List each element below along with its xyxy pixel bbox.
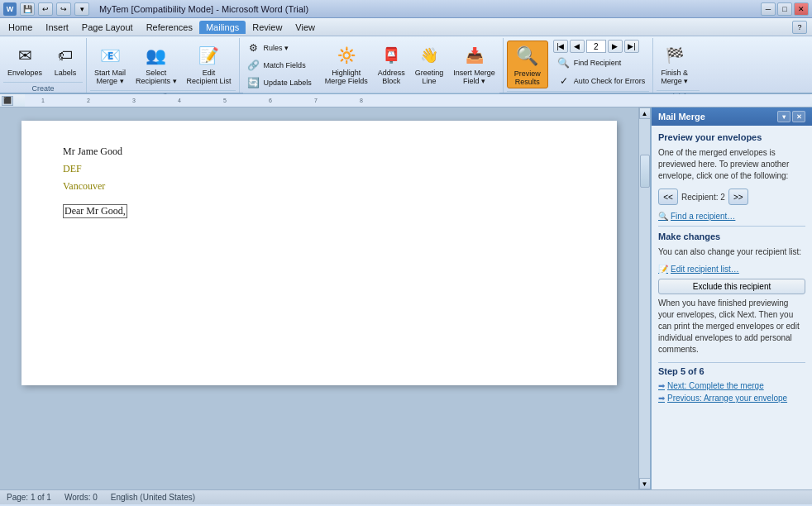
- edit-recipient-list-icon: 📝: [196, 42, 222, 69]
- menu-mailings[interactable]: Mailings: [199, 21, 246, 34]
- panel-title: Mail Merge: [658, 112, 705, 122]
- next-arrow-icon: ➡: [658, 381, 665, 390]
- ribbon-btn-auto-check[interactable]: ✓ Auto Check for Errors: [553, 73, 650, 89]
- doc-line-company: DEF: [63, 163, 576, 175]
- nav-number-input[interactable]: [586, 40, 606, 53]
- maximize-button[interactable]: □: [777, 2, 792, 16]
- panel-finish-text: When you have finished previewing your e…: [658, 298, 805, 356]
- quick-access-redo[interactable]: ↪: [56, 2, 71, 16]
- menu-insert[interactable]: Insert: [39, 21, 75, 34]
- next-step-link[interactable]: ➡ Next: Complete the merge: [658, 381, 805, 390]
- ribbon-btn-insert-merge-field[interactable]: 📥 Insert Merge Field ▾: [449, 40, 499, 88]
- panel-preview-text: One of the merged envelopes is previewed…: [658, 147, 805, 182]
- nav-next-btn[interactable]: ▶: [608, 40, 623, 53]
- panel-edit-recipient-link[interactable]: 📝 Edit recipient list…: [658, 265, 805, 274]
- update-labels-icon: 🔄: [247, 76, 260, 89]
- menu-review[interactable]: Review: [246, 21, 289, 34]
- doc-page: Mr Jame Good DEF Vancouver Dear Mr Good,: [21, 121, 617, 385]
- prev-step-link[interactable]: ➡ Previous: Arrange your envelope: [658, 394, 805, 403]
- status-bar: Page: 1 of 1 Words: 0 English (United St…: [0, 489, 812, 504]
- ribbon-btn-envelopes[interactable]: ✉ Envelopes: [3, 40, 46, 80]
- nav-first-btn[interactable]: |◀: [553, 40, 568, 53]
- doc-line-name: Mr Jame Good: [63, 146, 576, 158]
- doc-scrollbar[interactable]: ▲ ▼: [638, 107, 650, 489]
- ribbon-group-finish: 🏁 Finish & Merge ▾ Finish: [653, 38, 703, 93]
- status-page: Page: 1 of 1: [7, 493, 51, 502]
- step-label: Step 5 of 6: [658, 366, 805, 376]
- ribbon-btn-start-mail-merge[interactable]: 📧 Start Mail Merge ▾: [90, 40, 130, 88]
- minimize-button[interactable]: ─: [761, 2, 776, 16]
- ribbon-btn-select-recipients[interactable]: 👥 Select Recipients ▾: [131, 40, 181, 88]
- ribbon-btn-match-fields[interactable]: 🔗 Match Fields: [243, 57, 316, 74]
- ruler-mark-8: 8: [360, 98, 363, 103]
- ruler-mark-2: 2: [87, 98, 90, 103]
- mail-merge-panel: Mail Merge ▾ ✕ Preview your envelopes On…: [650, 107, 812, 489]
- envelope-icon: ✉: [12, 42, 38, 69]
- ribbon-btn-find-recipient[interactable]: 🔍 Find Recipient: [553, 55, 650, 71]
- address-block-label: Address Block: [378, 69, 405, 86]
- ribbon-group-start-mail-merge: 📧 Start Mail Merge ▾ 👥 Select Recipients…: [87, 38, 240, 93]
- scroll-thumb[interactable]: [640, 155, 650, 188]
- nav-last-btn[interactable]: ▶|: [624, 40, 639, 53]
- scroll-track[interactable]: [639, 119, 651, 478]
- rules-icon: ⚙: [247, 41, 260, 55]
- panel-next-btn[interactable]: >>: [728, 189, 748, 205]
- panel-find-recipient-link[interactable]: 🔍 Find a recipient…: [658, 212, 805, 221]
- ribbon-group-write-insert: ⚙ Rules ▾ 🔗 Match Fields 🔄 Update Labels…: [240, 38, 504, 93]
- highlight-merge-label: Highlight Merge Fields: [325, 69, 368, 86]
- edit-recipient-list-label: Edit Recipient List: [187, 69, 232, 86]
- quick-access-menu[interactable]: ▾: [74, 2, 89, 16]
- panel-nav-row: << Recipient: 2 >>: [658, 189, 805, 205]
- scroll-up-btn[interactable]: ▲: [639, 107, 651, 119]
- greeting-line-icon: 👋: [416, 42, 442, 69]
- rules-label: Rules ▾: [264, 44, 289, 52]
- ribbon-group-create: ✉ Envelopes 🏷 Labels Create: [0, 38, 87, 93]
- doc-area[interactable]: Mr Jame Good DEF Vancouver Dear Mr Good,: [0, 107, 638, 489]
- title-bar: W 💾 ↩ ↪ ▾ MyTem [Compatibility Mode] - M…: [0, 0, 812, 18]
- ribbon-btn-preview-results[interactable]: 🔍 Preview Results: [507, 41, 548, 89]
- status-words: Words: 0: [64, 493, 98, 502]
- help-button[interactable]: ?: [792, 21, 807, 34]
- ribbon: ✉ Envelopes 🏷 Labels Create 📧 Start Mail…: [0, 36, 812, 94]
- nav-prev-btn[interactable]: ◀: [570, 40, 585, 53]
- close-button[interactable]: ✕: [794, 2, 809, 16]
- ruler-mark-3: 3: [132, 98, 136, 103]
- select-recipients-icon: 👥: [143, 42, 170, 69]
- menu-home[interactable]: Home: [2, 21, 39, 34]
- menu-page-layout[interactable]: Page Layout: [75, 21, 140, 34]
- ribbon-btn-greeting-line[interactable]: 👋 Greeting Line: [411, 40, 448, 88]
- ribbon-btn-rules[interactable]: ⚙ Rules ▾: [243, 40, 316, 56]
- match-fields-icon: 🔗: [247, 59, 260, 72]
- quick-access-undo[interactable]: ↩: [38, 2, 53, 16]
- menu-view[interactable]: View: [289, 21, 322, 34]
- panel-collapse-btn[interactable]: ▾: [777, 111, 791, 122]
- quick-access-save[interactable]: 💾: [20, 2, 35, 16]
- ribbon-btn-labels[interactable]: 🏷 Labels: [48, 40, 83, 80]
- panel-close-btn[interactable]: ✕: [792, 111, 805, 122]
- ribbon-btn-finish-merge[interactable]: 🏁 Finish & Merge ▾: [657, 40, 692, 88]
- address-block-icon: 📮: [378, 42, 404, 69]
- doc-greeting: Dear Mr Good,: [63, 204, 127, 218]
- select-recipients-label: Select Recipients ▾: [136, 69, 177, 86]
- auto-check-label: Auto Check for Errors: [574, 77, 646, 85]
- main-area: Mr Jame Good DEF Vancouver Dear Mr Good,…: [0, 107, 812, 489]
- ruler-mark-7: 7: [314, 98, 318, 103]
- panel-prev-btn[interactable]: <<: [658, 189, 678, 205]
- ribbon-btn-address-block[interactable]: 📮 Address Block: [374, 40, 409, 88]
- insert-merge-field-icon: 📥: [461, 42, 488, 69]
- menu-bar: Home Insert Page Layout References Maili…: [0, 18, 812, 36]
- panel-exclude-btn[interactable]: Exclude this recipient: [658, 279, 805, 294]
- panel-changes-text: You can also change your recipient list:: [658, 246, 805, 258]
- create-group-label: Create: [3, 82, 83, 93]
- ribbon-btn-update-labels[interactable]: 🔄 Update Labels: [243, 74, 316, 91]
- panel-recipient-label: Recipient: 2: [681, 193, 725, 202]
- step-section: Step 5 of 6 ➡ Next: Complete the merge ➡…: [658, 362, 805, 403]
- start-mail-merge-label: Start Mail Merge ▾: [94, 69, 126, 86]
- ruler-mark-4: 4: [178, 98, 181, 103]
- ribbon-btn-highlight-merge[interactable]: 🔆 Highlight Merge Fields: [321, 40, 372, 88]
- panel-header-controls: ▾ ✕: [777, 111, 805, 122]
- scroll-down-btn[interactable]: ▼: [639, 478, 651, 489]
- ribbon-btn-edit-recipient-list[interactable]: 📝 Edit Recipient List: [183, 40, 236, 88]
- status-language: English (United States): [111, 493, 195, 502]
- menu-references[interactable]: References: [140, 21, 199, 34]
